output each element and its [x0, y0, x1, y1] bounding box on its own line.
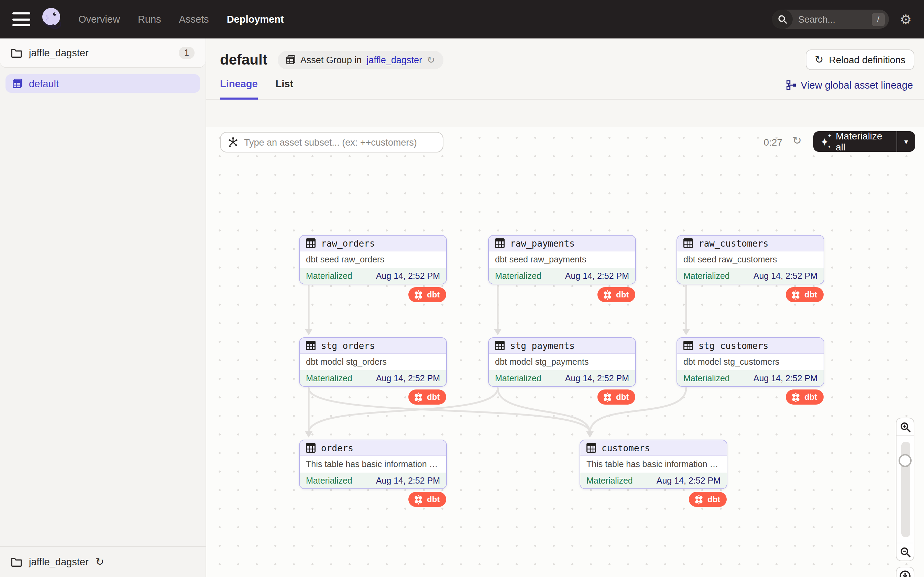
dbt-logo-icon — [602, 290, 612, 300]
dbt-badge-label: dbt — [427, 392, 439, 402]
asset-node-footer: Materialized Aug 14, 2:52 PM — [489, 268, 635, 284]
table-icon — [306, 341, 315, 350]
tab-list[interactable]: List — [276, 78, 294, 100]
asset-node-raw_customers[interactable]: raw_customers dbt seed raw_customers Mat… — [677, 235, 824, 284]
dbt-logo-icon — [413, 494, 423, 504]
refresh-group-icon[interactable]: ↻ — [427, 55, 435, 64]
dbt-badge[interactable]: dbt — [786, 287, 823, 302]
main-panel: default Asset Group in jaffle_dagster ↻ … — [206, 39, 924, 577]
asset-node-header: stg_payments — [489, 338, 635, 354]
asset-node-orders[interactable]: orders This table has basic information … — [299, 440, 447, 489]
table-icon — [683, 341, 693, 350]
nav-item-assets[interactable]: Assets — [179, 14, 209, 25]
edge-stg_orders-to-customers — [309, 388, 590, 433]
materialize-dropdown-caret[interactable]: ▾ — [897, 137, 915, 146]
materialize-all-main[interactable]: ✦✦✦ Materialize all — [813, 131, 897, 153]
sidebar-group-count-badge: 1 — [179, 47, 195, 59]
status-label: Materialized — [495, 373, 541, 383]
asset-subset-placeholder: Type an asset subset... (ex: ++customers… — [244, 137, 417, 147]
status-label: Materialized — [586, 475, 633, 485]
status-label: Materialized — [683, 373, 730, 383]
dbt-logo-icon — [694, 494, 704, 504]
lineage-canvas[interactable]: Type an asset subset... (ex: ++customers… — [206, 127, 924, 577]
edge-arrowhead — [682, 329, 690, 335]
page-title: default — [220, 52, 267, 68]
context-label: Asset Group in — [300, 55, 362, 65]
asset-node-stg_customers[interactable]: stg_customers dbt model stg_customers Ma… — [677, 337, 824, 387]
sidebar-item-default[interactable]: default — [5, 74, 200, 93]
hamburger-menu-icon[interactable] — [12, 12, 30, 26]
search-input[interactable]: Search... / — [772, 10, 889, 29]
dbt-badge[interactable]: dbt — [598, 390, 635, 405]
dbt-badge[interactable]: dbt — [689, 492, 726, 507]
dbt-badge-label: dbt — [427, 495, 439, 504]
asset-name: customers — [602, 443, 650, 453]
asset-node-footer: Materialized Aug 14, 2:52 PM — [300, 472, 446, 488]
asset-node-customers[interactable]: customers This table has basic informati… — [580, 440, 727, 489]
dbt-badge-label: dbt — [804, 290, 817, 300]
asset-name: stg_customers — [698, 340, 769, 351]
search-icon — [772, 10, 793, 29]
asset-node-stg_payments[interactable]: stg_payments dbt model stg_payments Mate… — [488, 337, 636, 387]
asset-description: dbt seed raw_payments — [489, 251, 635, 268]
asset-group-icon — [12, 78, 23, 89]
refresh-graph-icon[interactable]: ↻ — [792, 135, 801, 146]
sidebar-footer-label: jaffle_dagster — [29, 556, 89, 567]
asset-node-header: customers — [580, 440, 727, 456]
asset-description: This table has basic information about .… — [300, 456, 446, 472]
dbt-badge-label: dbt — [708, 495, 720, 504]
reload-definitions-button[interactable]: ↻ Reload definitions — [806, 50, 914, 70]
asset-group-context-pill: Asset Group in jaffle_dagster ↻ — [278, 50, 443, 69]
asset-node-header: raw_customers — [677, 235, 824, 251]
context-link-jaffle-dagster[interactable]: jaffle_dagster — [367, 55, 422, 65]
view-global-asset-lineage-link[interactable]: View global asset lineage — [786, 80, 913, 99]
primary-nav: Overview Runs Assets Deployment — [78, 14, 284, 25]
asset-name: raw_payments — [510, 238, 575, 248]
materialize-all-button[interactable]: ✦✦✦ Materialize all ▾ — [813, 131, 915, 152]
asset-node-stg_orders[interactable]: stg_orders dbt model stg_orders Material… — [299, 337, 447, 387]
asset-node-header: stg_customers — [677, 338, 824, 354]
download-image-button[interactable] — [896, 567, 914, 577]
folder-icon — [11, 48, 22, 58]
zoom-out-button[interactable] — [896, 543, 914, 561]
dbt-badge[interactable]: dbt — [598, 287, 635, 302]
asset-node-raw_orders[interactable]: raw_orders dbt seed raw_orders Materiali… — [299, 235, 447, 284]
sidebar-footer-code-location[interactable]: jaffle_dagster ↻ — [0, 546, 205, 577]
gear-icon[interactable]: ⚙ — [900, 13, 912, 26]
tabs-bar: Lineage List View global asset lineage — [206, 70, 924, 100]
asset-node-footer: Materialized Aug 14, 2:52 PM — [489, 370, 635, 386]
asset-group-icon — [286, 55, 296, 64]
dbt-badge-label: dbt — [804, 392, 817, 402]
sidebar-group-jaffle-dagster[interactable]: jaffle_dagster 1 — [0, 39, 205, 68]
asset-node-header: raw_orders — [300, 235, 446, 251]
dagster-logo-icon[interactable] — [39, 5, 65, 33]
edge-arrowhead — [586, 431, 594, 438]
materialize-all-label: Materialize all — [836, 131, 890, 153]
asset-description: This table has basic information about .… — [580, 456, 727, 472]
nav-item-runs[interactable]: Runs — [138, 14, 161, 25]
timestamp: Aug 14, 2:52 PM — [657, 475, 720, 485]
zoom-slider-thumb[interactable] — [898, 454, 912, 467]
edge-stg_payments-to-orders — [309, 388, 498, 433]
dbt-badge[interactable]: dbt — [786, 390, 823, 405]
refresh-timer: 0:27 — [764, 137, 783, 148]
sidebar-group-name: jaffle_dagster — [29, 47, 89, 58]
asset-subset-input[interactable]: Type an asset subset... (ex: ++customers… — [220, 132, 443, 153]
nav-item-deployment[interactable]: Deployment — [227, 14, 284, 25]
asset-node-header: raw_payments — [489, 235, 635, 251]
zoom-in-button[interactable] — [896, 417, 914, 436]
asset-description: dbt seed raw_customers — [677, 251, 824, 268]
dbt-badge[interactable]: dbt — [409, 287, 446, 302]
dbt-badge[interactable]: dbt — [409, 390, 446, 405]
nav-item-overview[interactable]: Overview — [78, 14, 120, 25]
reload-location-icon[interactable]: ↻ — [95, 557, 104, 567]
table-icon — [306, 443, 315, 453]
topbar-right: Search... / ⚙ — [772, 10, 912, 29]
zoom-slider[interactable] — [896, 436, 914, 543]
tab-lineage[interactable]: Lineage — [220, 78, 258, 100]
asset-node-raw_payments[interactable]: raw_payments dbt seed raw_payments Mater… — [488, 235, 636, 284]
asset-name: stg_orders — [321, 340, 375, 351]
edge-stg_payments-to-customers — [498, 388, 590, 433]
timestamp: Aug 14, 2:52 PM — [565, 373, 629, 383]
dbt-badge[interactable]: dbt — [409, 492, 446, 507]
